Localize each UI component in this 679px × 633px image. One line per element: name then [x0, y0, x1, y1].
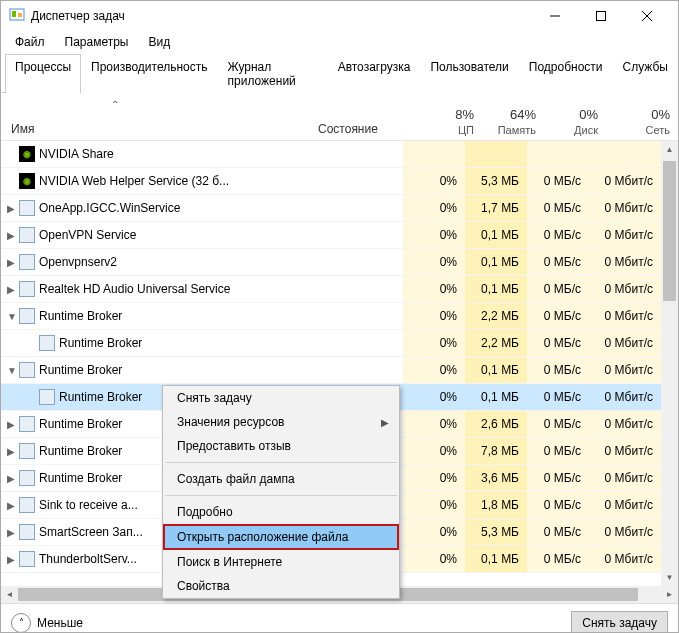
tab-performance[interactable]: Производительность: [81, 54, 217, 93]
cell-disk: 0 МБ/с: [527, 276, 589, 302]
process-row[interactable]: ▶OneApp.IGCC.WinService0%1,7 МБ0 МБ/с0 М…: [1, 195, 678, 222]
expand-toggle-icon[interactable]: ▶: [1, 257, 15, 268]
footer-bar: ˄ Меньше Снять задачу: [1, 603, 678, 633]
header-cpu-pct: 8%: [455, 107, 474, 122]
header-mem-label: Память: [498, 124, 536, 136]
process-name: OneApp.IGCC.WinService: [39, 201, 180, 215]
process-row[interactable]: Runtime Broker0%2,2 МБ0 МБ/с0 Мбит/с: [1, 330, 678, 357]
ctx-details[interactable]: Подробно: [163, 500, 399, 524]
cell-cpu: 0%: [403, 438, 465, 464]
ctx-end-task[interactable]: Снять задачу: [163, 386, 399, 410]
process-name: ThunderboltServ...: [39, 552, 137, 566]
tab-strip: Процессы Производительность Журнал прило…: [1, 53, 678, 93]
process-name: Runtime Broker: [39, 444, 122, 458]
process-row[interactable]: ▶OpenVPN Service0%0,1 МБ0 МБ/с0 Мбит/с: [1, 222, 678, 249]
header-memory[interactable]: 64% Память: [482, 93, 544, 140]
ctx-resource-values-label: Значения ресурсов: [177, 415, 284, 429]
header-cpu[interactable]: 8% ЦП: [420, 93, 482, 140]
expand-toggle-icon[interactable]: ▶: [1, 230, 15, 241]
cell-disk: 0 МБ/с: [527, 438, 589, 464]
vertical-scrollbar[interactable]: ▲ ▼: [661, 141, 678, 586]
header-disk[interactable]: 0% Диск: [544, 93, 606, 140]
tab-details[interactable]: Подробности: [519, 54, 613, 93]
sort-indicator-icon: ⌃: [111, 99, 119, 110]
scroll-down-icon[interactable]: ▼: [661, 569, 678, 586]
cell-disk: [527, 141, 589, 167]
expand-toggle-icon[interactable]: ▶: [1, 500, 15, 511]
process-row[interactable]: ▶Openvpnserv20%0,1 МБ0 МБ/с0 Мбит/с: [1, 249, 678, 276]
expand-toggle-icon[interactable]: ▶: [1, 284, 15, 295]
scroll-right-icon[interactable]: ►: [661, 586, 678, 603]
scroll-up-icon[interactable]: ▲: [661, 141, 678, 158]
header-net-label: Сеть: [646, 124, 670, 136]
expand-toggle-icon[interactable]: ▶: [1, 527, 15, 538]
menu-view[interactable]: Вид: [138, 33, 180, 51]
end-task-button[interactable]: Снять задачу: [571, 611, 668, 634]
cell-cpu: [403, 141, 465, 167]
close-button[interactable]: [624, 1, 670, 31]
scroll-left-icon[interactable]: ◄: [1, 586, 18, 603]
fewer-details-button[interactable]: ˄ Меньше: [11, 613, 83, 633]
expand-toggle-icon[interactable]: ▶: [1, 473, 15, 484]
process-row[interactable]: ▶Realtek HD Audio Universal Service0%0,1…: [1, 276, 678, 303]
ctx-properties[interactable]: Свойства: [163, 574, 399, 598]
tab-app-history[interactable]: Журнал приложений: [218, 54, 328, 93]
expand-toggle-icon[interactable]: ▶: [1, 554, 15, 565]
svg-rect-2: [18, 13, 22, 17]
cell-cpu: 0%: [403, 384, 465, 410]
cell-memory: 2,6 МБ: [465, 411, 527, 437]
process-name: Runtime Broker: [39, 363, 122, 377]
cell-cpu: 0%: [403, 276, 465, 302]
cell-disk: 0 МБ/с: [527, 492, 589, 518]
cell-network: 0 Мбит/с: [589, 492, 661, 518]
header-network[interactable]: 0% Сеть: [606, 93, 678, 140]
cell-network: 0 Мбит/с: [589, 357, 661, 383]
process-row[interactable]: ◉NVIDIA Share: [1, 141, 678, 168]
process-icon: [19, 524, 35, 540]
menu-file[interactable]: Файл: [5, 33, 55, 51]
tab-services[interactable]: Службы: [613, 54, 678, 93]
tab-users[interactable]: Пользователи: [420, 54, 518, 93]
menu-options[interactable]: Параметры: [55, 33, 139, 51]
ctx-create-dump[interactable]: Создать файл дампа: [163, 467, 399, 491]
ctx-resource-values[interactable]: Значения ресурсов ▶: [163, 410, 399, 434]
expand-toggle-icon[interactable]: ▶: [1, 419, 15, 430]
expand-toggle-icon[interactable]: ▶: [1, 446, 15, 457]
window-title: Диспетчер задач: [31, 9, 532, 23]
process-row[interactable]: ▼Runtime Broker0%2,2 МБ0 МБ/с0 Мбит/с: [1, 303, 678, 330]
cell-network: 0 Мбит/с: [589, 519, 661, 545]
tab-processes[interactable]: Процессы: [5, 54, 81, 93]
header-name-label: Имя: [11, 122, 302, 136]
cell-cpu: 0%: [403, 195, 465, 221]
maximize-button[interactable]: [578, 1, 624, 31]
scrollbar-thumb[interactable]: [663, 161, 676, 301]
process-icon: [19, 308, 35, 324]
cell-cpu: 0%: [403, 492, 465, 518]
header-mem-pct: 64%: [510, 107, 536, 122]
cell-memory: 0,1 МБ: [465, 357, 527, 383]
cell-network: 0 Мбит/с: [589, 303, 661, 329]
process-icon: [39, 335, 55, 351]
process-icon: [19, 227, 35, 243]
ctx-search-online[interactable]: Поиск в Интернете: [163, 550, 399, 574]
expand-toggle-icon[interactable]: ▶: [1, 203, 15, 214]
expand-toggle-icon[interactable]: ▼: [1, 311, 15, 322]
cell-memory: 2,2 МБ: [465, 303, 527, 329]
expand-toggle-icon[interactable]: ▼: [1, 365, 15, 376]
header-name[interactable]: ⌃ Имя: [1, 93, 310, 140]
cell-network: 0 Мбит/с: [589, 222, 661, 248]
process-name: NVIDIA Web Helper Service (32 б...: [39, 174, 229, 188]
ctx-open-file-location[interactable]: Открыть расположение файла: [163, 524, 399, 550]
svg-rect-4: [597, 12, 606, 21]
cell-cpu: 0%: [403, 546, 465, 572]
cell-cpu: 0%: [403, 303, 465, 329]
ctx-feedback[interactable]: Предоставить отзыв: [163, 434, 399, 458]
tab-startup[interactable]: Автозагрузка: [328, 54, 421, 93]
cell-network: 0 Мбит/с: [589, 249, 661, 275]
process-row[interactable]: ◉NVIDIA Web Helper Service (32 б...0%5,3…: [1, 168, 678, 195]
header-state[interactable]: Состояние: [310, 93, 420, 140]
cell-memory: 0,1 МБ: [465, 276, 527, 302]
process-row[interactable]: ▼Runtime Broker0%0,1 МБ0 МБ/с0 Мбит/с: [1, 357, 678, 384]
minimize-button[interactable]: [532, 1, 578, 31]
header-cpu-label: ЦП: [458, 124, 474, 136]
